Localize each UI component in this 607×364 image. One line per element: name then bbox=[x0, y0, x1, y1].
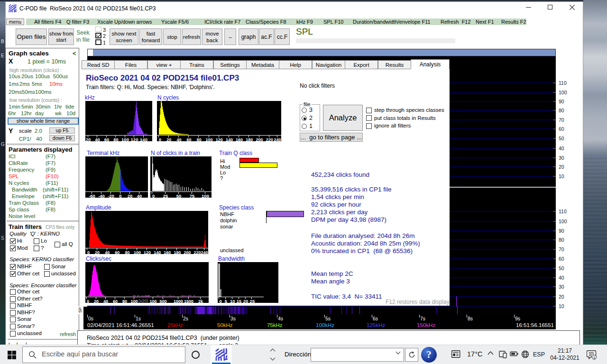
svg-text:25: 25 bbox=[163, 193, 168, 198]
svg-text:50: 50 bbox=[176, 193, 182, 198]
svg-text:20: 20 bbox=[95, 250, 100, 254]
svg-text:60: 60 bbox=[187, 137, 192, 141]
svg-text:100: 100 bbox=[134, 250, 141, 254]
svg-text:15: 15 bbox=[237, 299, 242, 303]
svg-text:5: 5 bbox=[225, 299, 228, 303]
svg-text:220: 220 bbox=[266, 137, 273, 141]
svg-text:160: 160 bbox=[236, 137, 243, 141]
svg-text:-40: -40 bbox=[98, 193, 105, 198]
svg-text:20: 20 bbox=[94, 299, 99, 303]
svg-text:60: 60 bbox=[115, 250, 120, 254]
svg-text:0: 0 bbox=[152, 193, 155, 198]
svg-text:140: 140 bbox=[154, 250, 161, 254]
svg-text:0: 0 bbox=[159, 137, 161, 141]
svg-text:1500: 1500 bbox=[184, 299, 193, 303]
svg-text:140: 140 bbox=[226, 137, 233, 141]
svg-text:80: 80 bbox=[113, 137, 119, 141]
svg-text:80: 80 bbox=[122, 299, 127, 303]
svg-text:140: 140 bbox=[140, 137, 147, 141]
svg-text:240: 240 bbox=[201, 250, 208, 254]
svg-text:100: 100 bbox=[205, 137, 212, 141]
svg-text:0: 0 bbox=[219, 299, 221, 303]
svg-text:120: 120 bbox=[216, 137, 223, 141]
svg-text:(x20): (x20) bbox=[138, 299, 148, 303]
svg-text:40: 40 bbox=[95, 137, 100, 141]
svg-text:0: 0 bbox=[119, 193, 121, 198]
svg-text:2k: 2k bbox=[198, 299, 203, 303]
svg-text:80: 80 bbox=[197, 137, 202, 141]
svg-text:100: 100 bbox=[149, 299, 156, 303]
svg-text:10: 10 bbox=[230, 299, 235, 303]
svg-text:500: 500 bbox=[159, 299, 166, 303]
svg-text:160: 160 bbox=[164, 250, 171, 254]
svg-text:75: 75 bbox=[190, 193, 195, 198]
svg-text:40: 40 bbox=[105, 250, 110, 254]
svg-text:200: 200 bbox=[256, 137, 263, 141]
svg-text:180: 180 bbox=[246, 137, 253, 141]
svg-text:100: 100 bbox=[130, 299, 138, 303]
svg-text:0: 0 bbox=[87, 299, 89, 303]
svg-text:40: 40 bbox=[103, 299, 108, 303]
svg-text:-60: -60 bbox=[89, 193, 95, 198]
svg-text:20: 20 bbox=[86, 137, 91, 141]
svg-text:180: 180 bbox=[174, 250, 181, 254]
svg-text:25: 25 bbox=[250, 299, 255, 303]
svg-text:60: 60 bbox=[113, 299, 118, 303]
svg-text:80: 80 bbox=[125, 250, 129, 254]
svg-text:20: 20 bbox=[128, 193, 133, 198]
svg-text:1: 1 bbox=[593, 355, 595, 360]
svg-text:200: 200 bbox=[184, 250, 191, 254]
svg-text:240: 240 bbox=[274, 137, 281, 141]
svg-text:40: 40 bbox=[137, 193, 142, 198]
svg-text:-20: -20 bbox=[108, 193, 114, 198]
svg-text:100: 100 bbox=[202, 193, 209, 198]
svg-text:60: 60 bbox=[104, 137, 110, 141]
svg-text:0: 0 bbox=[87, 250, 90, 254]
svg-text:20: 20 bbox=[243, 299, 248, 303]
svg-text:120: 120 bbox=[131, 137, 138, 141]
svg-text:220: 220 bbox=[194, 250, 201, 254]
svg-text:1000: 1000 bbox=[174, 299, 183, 303]
svg-text:40: 40 bbox=[176, 137, 181, 141]
svg-text:20: 20 bbox=[166, 137, 171, 141]
svg-text:100: 100 bbox=[121, 137, 129, 141]
svg-text:120: 120 bbox=[144, 250, 151, 254]
